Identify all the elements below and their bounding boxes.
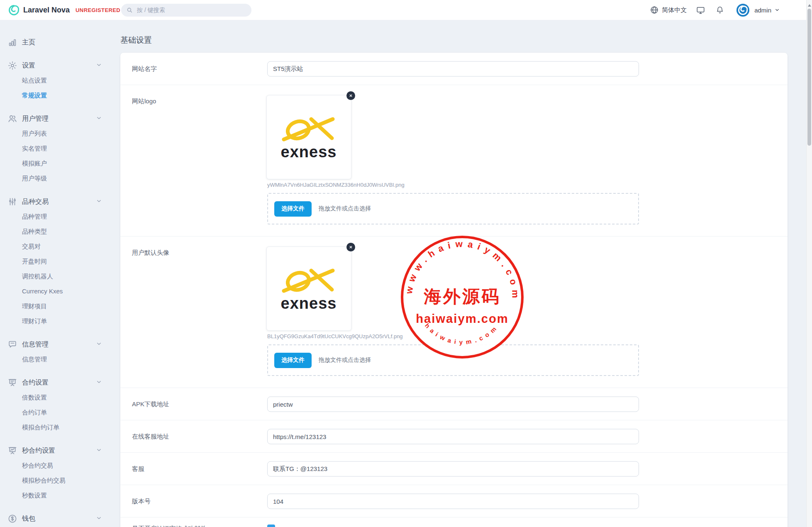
form-row: APK下载地址: [120, 388, 788, 420]
settings-form-card: 网站名字 网站logo exness yWMlnA7Vn6HJaGILztxSO…: [120, 53, 788, 527]
form-field-label: 客服: [132, 465, 144, 473]
file-dropzone[interactable]: 选择文件 拖放文件或点击选择: [267, 344, 639, 376]
page-title: 基础设置: [120, 35, 152, 46]
choose-file-button[interactable]: 选择文件: [274, 353, 312, 368]
sidebar-section-label: 主页: [22, 38, 102, 47]
sidebar-item[interactable]: 实名管理: [0, 141, 111, 156]
choose-file-button[interactable]: 选择文件: [274, 201, 312, 217]
users-icon: [7, 114, 17, 124]
form-row: 客服: [120, 452, 788, 485]
dropzone-hint: 拖放文件或点击选择: [319, 356, 371, 364]
sidebar-section-toggle[interactable]: 钱包: [0, 511, 111, 526]
board-chart-icon: [7, 446, 17, 456]
sidebar-section: 秒合约设置 秒合约交易模拟秒合约交易秒数设置: [0, 443, 111, 503]
sidebar-section: 品种交易 品种管理品种类型交易对开盘时间调控机器人Currency Kxes理财…: [0, 194, 111, 329]
sidebar-section-toggle[interactable]: 秒合约设置: [0, 443, 111, 458]
form-field-label: 网站名字: [132, 65, 157, 73]
form-field-label: 网站logo: [132, 98, 156, 105]
form-text-input[interactable]: [267, 61, 639, 76]
sidebar-section-label: 设置: [22, 61, 96, 70]
sidebar-section-toggle[interactable]: 设置: [0, 58, 111, 73]
user-menu[interactable]: admin: [754, 7, 771, 14]
sidebar-item-active[interactable]: 常规设置: [0, 88, 111, 103]
sidebar-item[interactable]: 合约订单: [0, 405, 111, 420]
notifications-button[interactable]: [715, 5, 724, 15]
sidebar-section-label: 钱包: [22, 515, 96, 523]
sidebar-item[interactable]: 开盘时间: [0, 254, 111, 269]
file-dropzone[interactable]: 选择文件 拖放文件或点击选择: [267, 193, 639, 224]
form-row-image: 网站logo exness yWMlnA7Vn6HJaGILztxSONMZ33…: [120, 85, 788, 236]
sidebar-item[interactable]: Currency Kxes: [0, 284, 111, 299]
sidebar-item[interactable]: 倍数设置: [0, 390, 111, 405]
sidebar-section: 合约设置 倍数设置合约订单模拟合约订单: [0, 375, 111, 435]
chevron-down-icon: [96, 379, 102, 387]
search-placeholder: 按 / 键搜索: [137, 7, 165, 14]
gear-icon: [7, 61, 17, 71]
sidebar-section-toggle[interactable]: 信息管理: [0, 337, 111, 352]
sidebar-item[interactable]: 交易对: [0, 239, 111, 254]
image-preview: exness: [266, 246, 351, 331]
sidebar-item[interactable]: 模拟秒合约交易: [0, 473, 111, 488]
sidebar-section-toggle[interactable]: 合约设置: [0, 375, 111, 390]
sidebar-item[interactable]: 站点设置: [0, 73, 111, 88]
remove-image-button[interactable]: [346, 243, 355, 251]
scrollbar-thumb[interactable]: [807, 9, 811, 146]
user-avatar[interactable]: [736, 3, 750, 17]
sidebar-item[interactable]: 品种类型: [0, 224, 111, 239]
scrollbar: [806, 0, 812, 527]
sidebar-section: 主页: [0, 35, 111, 50]
form-field-label: 版本号: [132, 497, 151, 505]
language-switcher[interactable]: 简体中文: [650, 5, 687, 15]
sidebar-section-toggle[interactable]: 品种交易: [0, 194, 111, 209]
globe-icon: [650, 5, 659, 15]
form-text-input[interactable]: [267, 493, 639, 509]
sidebar-section: 设置 站点设置常规设置: [0, 58, 111, 103]
chat-icon: [7, 339, 17, 349]
exness-logo-image: exness: [267, 95, 351, 179]
top-header: Laravel Nova UNREGISTERED 按 / 键搜索 简体中文: [0, 0, 812, 20]
sidebar-item[interactable]: 理财订单: [0, 314, 111, 329]
form-field-label: APK下载地址: [132, 400, 169, 408]
scrollbar-up-arrow[interactable]: [808, 2, 811, 7]
sidebar-item[interactable]: 模拟账户: [0, 156, 111, 171]
sidebar-item[interactable]: 理财项目: [0, 299, 111, 314]
exness-logo-image: exness: [267, 247, 351, 330]
sidebar-item[interactable]: 秒合约交易: [0, 458, 111, 473]
sidebar-item[interactable]: 模拟合约订单: [0, 420, 111, 435]
remove-image-button[interactable]: [346, 91, 355, 100]
sidebar-section-toggle[interactable]: 用户管理: [0, 111, 111, 126]
global-search[interactable]: 按 / 键搜索: [121, 4, 251, 17]
form-row-checkbox: 是否开启认证审核成功邮件: [120, 517, 788, 527]
form-text-input[interactable]: [267, 396, 639, 412]
board-icon: [7, 378, 17, 388]
image-filename: BL1yQFG9GzuKa4Td9tUcCUKVcg9QUzpA2O5rVLf.…: [267, 333, 403, 339]
checkbox-checked[interactable]: [267, 525, 275, 527]
form-field-label: 在线客服地址: [132, 432, 169, 440]
form-row-image: 用户默认头像 exness BL1yQFG9GzuKa4Td9tUcCUKVcg…: [120, 236, 788, 388]
image-filename: yWMlnA7Vn6HJaGILztxSONMZ336nH0dJ0WrsUVBl…: [267, 182, 405, 188]
dropzone-hint: 拖放文件或点击选择: [319, 205, 371, 212]
sidebar-item[interactable]: 信息管理: [0, 352, 111, 367]
monitor-icon: [696, 5, 705, 15]
nova-logo-icon: [8, 5, 20, 16]
form-text-input[interactable]: [267, 429, 639, 444]
sidebar-section-toggle[interactable]: 主页: [0, 35, 111, 50]
license-badge: UNREGISTERED: [76, 7, 120, 13]
sidebar-item[interactable]: 用户等级: [0, 171, 111, 186]
brand: Laravel Nova UNREGISTERED: [8, 0, 120, 20]
form-text-input[interactable]: [267, 461, 639, 476]
chevron-down-icon: [96, 115, 102, 123]
sidebar-item[interactable]: 用户列表: [0, 126, 111, 141]
search-icon: [126, 7, 133, 14]
brand-name: Laravel Nova: [23, 6, 70, 15]
chevron-down-icon: [96, 62, 102, 70]
image-preview: exness: [266, 95, 351, 179]
app-window: Laravel Nova UNREGISTERED 按 / 键搜索 简体中文: [0, 0, 812, 527]
sidebar-item[interactable]: 调控机器人: [0, 269, 111, 284]
svg-text:exness: exness: [281, 295, 337, 312]
sidebar-item[interactable]: 品种管理: [0, 209, 111, 224]
sidebar-item[interactable]: 秒数设置: [0, 488, 111, 503]
sidebar-section-label: 用户管理: [22, 115, 96, 123]
display-mode-button[interactable]: [696, 5, 705, 15]
chevron-down-icon[interactable]: [774, 7, 780, 13]
